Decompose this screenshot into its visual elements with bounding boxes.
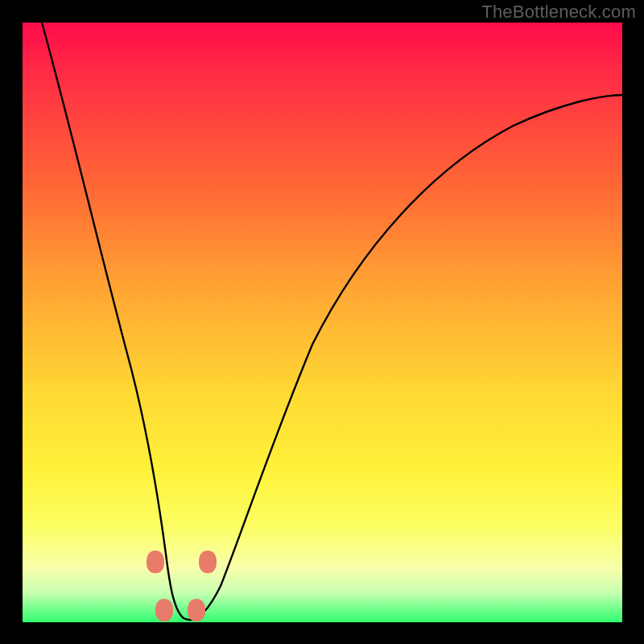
watermark-text: TheBottleneck.com [481,2,636,23]
chart-plot-area [23,23,622,622]
curve-marker [147,551,164,573]
curve-marker [199,551,217,573]
curve-path [42,23,622,620]
curve-marker [155,599,173,621]
curve-marker [188,599,205,621]
bottleneck-curve [23,23,622,622]
